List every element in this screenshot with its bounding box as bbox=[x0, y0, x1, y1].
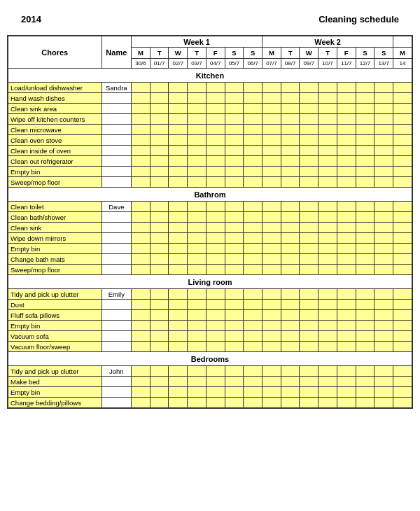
task-label-0-6: Clean inside of oven bbox=[8, 146, 102, 156]
task-day-1-1-4 bbox=[206, 212, 225, 223]
task-day-1-1-11 bbox=[337, 212, 356, 223]
task-day-0-6-11 bbox=[337, 146, 356, 156]
task-day-2-4-10 bbox=[318, 331, 337, 342]
task-row-2-0: Tidy and pick up clutterEmily bbox=[8, 289, 412, 300]
task-day-0-9-10 bbox=[318, 177, 337, 188]
task-day-0-2-10 bbox=[318, 104, 337, 114]
task-day-0-3-13 bbox=[374, 114, 393, 125]
task-day-0-7-13 bbox=[374, 156, 393, 167]
task-day-0-8-9 bbox=[300, 167, 318, 177]
date-7: 06/7 bbox=[244, 59, 262, 69]
task-day-1-3-13 bbox=[374, 233, 393, 244]
task-day-3-3-2 bbox=[169, 398, 188, 408]
task-day-1-3-6 bbox=[244, 233, 262, 244]
task-day-2-0-0 bbox=[132, 289, 150, 300]
week-header-row: Chores Name Week 1 Week 2 bbox=[8, 36, 412, 48]
task-day-0-2-5 bbox=[225, 104, 244, 114]
task-day-2-5-2 bbox=[169, 342, 188, 352]
page-header: 2014 Cleaning schedule bbox=[7, 7, 413, 35]
task-day-1-0-14 bbox=[393, 202, 412, 212]
task-label-2-5: Vacuum floor/sweep bbox=[8, 342, 102, 352]
task-row-2-5: Vacuum floor/sweep bbox=[8, 342, 412, 352]
task-day-0-8-14 bbox=[393, 167, 412, 177]
task-day-0-9-5 bbox=[225, 177, 244, 188]
task-day-2-1-4 bbox=[206, 300, 225, 310]
task-row-0-4: Clean microwave bbox=[8, 125, 412, 135]
task-day-0-4-2 bbox=[169, 125, 188, 135]
task-day-2-3-3 bbox=[188, 321, 206, 331]
section-title-0: Kitchen bbox=[8, 69, 412, 83]
task-day-1-2-11 bbox=[337, 223, 356, 233]
task-day-0-6-1 bbox=[150, 146, 169, 156]
task-day-2-4-4 bbox=[206, 331, 225, 342]
task-day-1-5-6 bbox=[244, 254, 262, 265]
task-day-2-2-12 bbox=[356, 310, 374, 321]
task-day-0-2-11 bbox=[337, 104, 356, 114]
task-day-2-4-13 bbox=[374, 331, 393, 342]
task-name-2-2 bbox=[102, 310, 132, 321]
task-day-2-5-9 bbox=[300, 342, 318, 352]
task-day-1-1-5 bbox=[225, 212, 244, 223]
task-name-1-2 bbox=[102, 223, 132, 233]
task-day-2-0-13 bbox=[374, 289, 393, 300]
task-day-1-0-12 bbox=[356, 202, 374, 212]
task-day-2-4-8 bbox=[281, 331, 300, 342]
task-label-0-9: Sweep/mop floor bbox=[8, 177, 102, 188]
task-day-0-9-6 bbox=[244, 177, 262, 188]
task-day-0-2-2 bbox=[169, 104, 188, 114]
date-3: 02/7 bbox=[169, 59, 188, 69]
day-S1: S bbox=[225, 48, 244, 59]
task-day-1-6-13 bbox=[374, 265, 393, 275]
task-label-0-8: Empty bin bbox=[8, 167, 102, 177]
task-day-3-1-11 bbox=[337, 377, 356, 387]
task-row-2-3: Empty bin bbox=[8, 321, 412, 331]
task-day-0-0-10 bbox=[318, 83, 337, 93]
task-day-2-0-12 bbox=[356, 289, 374, 300]
task-row-0-5: Clean oven stove bbox=[8, 135, 412, 146]
task-row-0-8: Empty bin bbox=[8, 167, 412, 177]
task-day-0-5-6 bbox=[244, 135, 262, 146]
task-day-0-3-14 bbox=[393, 114, 412, 125]
task-day-3-3-8 bbox=[281, 398, 300, 408]
task-day-2-5-4 bbox=[206, 342, 225, 352]
task-day-0-0-0 bbox=[132, 83, 150, 93]
task-day-0-1-8 bbox=[281, 93, 300, 104]
task-day-1-4-10 bbox=[318, 244, 337, 254]
task-day-2-3-8 bbox=[281, 321, 300, 331]
task-day-0-8-11 bbox=[337, 167, 356, 177]
task-day-2-2-6 bbox=[244, 310, 262, 321]
task-day-2-2-7 bbox=[262, 310, 281, 321]
task-day-0-2-1 bbox=[150, 104, 169, 114]
task-day-0-6-9 bbox=[300, 146, 318, 156]
task-day-0-1-11 bbox=[337, 93, 356, 104]
task-day-1-2-12 bbox=[356, 223, 374, 233]
task-day-3-0-2 bbox=[169, 366, 188, 377]
task-day-0-4-14 bbox=[393, 125, 412, 135]
week2-header: Week 2 bbox=[262, 36, 393, 48]
task-day-0-7-0 bbox=[132, 156, 150, 167]
task-day-3-1-4 bbox=[206, 377, 225, 387]
task-day-2-1-12 bbox=[356, 300, 374, 310]
task-day-0-0-12 bbox=[356, 83, 374, 93]
task-day-3-2-6 bbox=[244, 387, 262, 398]
name-header: Name bbox=[102, 36, 132, 69]
task-day-0-3-8 bbox=[281, 114, 300, 125]
task-day-0-2-12 bbox=[356, 104, 374, 114]
task-row-3-1: Make bed bbox=[8, 377, 412, 387]
task-day-3-3-7 bbox=[262, 398, 281, 408]
task-day-3-1-14 bbox=[393, 377, 412, 387]
task-day-3-0-4 bbox=[206, 366, 225, 377]
task-day-3-3-13 bbox=[374, 398, 393, 408]
task-day-1-0-1 bbox=[150, 202, 169, 212]
task-label-1-5: Change bath mats bbox=[8, 254, 102, 265]
task-name-0-6 bbox=[102, 146, 132, 156]
task-day-1-0-2 bbox=[169, 202, 188, 212]
task-day-0-4-0 bbox=[132, 125, 150, 135]
task-day-0-3-4 bbox=[206, 114, 225, 125]
task-day-1-6-3 bbox=[188, 265, 206, 275]
task-day-2-5-6 bbox=[244, 342, 262, 352]
task-day-0-1-5 bbox=[225, 93, 244, 104]
date-1: 30/6 bbox=[132, 59, 150, 69]
task-day-3-3-3 bbox=[188, 398, 206, 408]
task-day-2-1-0 bbox=[132, 300, 150, 310]
